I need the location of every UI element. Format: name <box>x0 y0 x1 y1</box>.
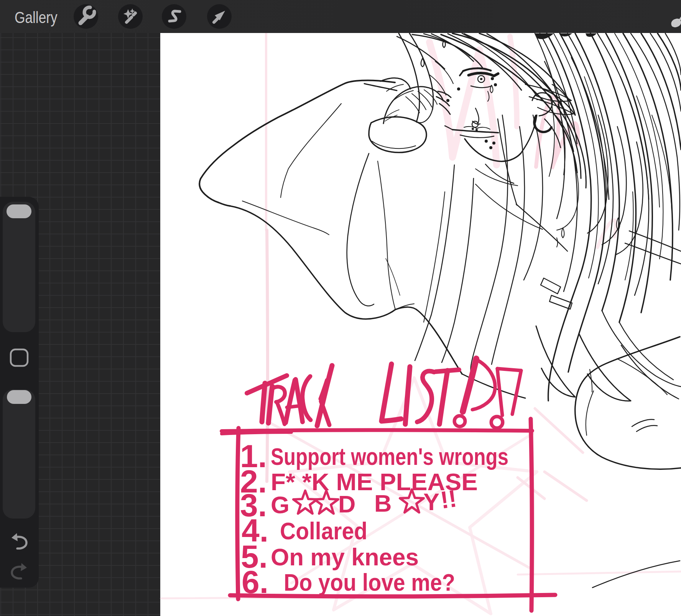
svg-text:D: D <box>338 491 356 517</box>
svg-text:B: B <box>374 490 392 517</box>
svg-text:Do you love me?: Do you love me? <box>284 569 455 596</box>
svg-text:G: G <box>271 491 290 518</box>
svg-text:6.: 6. <box>242 564 268 600</box>
svg-text:Support women's wrongs: Support women's wrongs <box>271 443 508 470</box>
svg-text:On my knees: On my knees <box>271 544 419 570</box>
svg-text:Collared: Collared <box>280 517 367 544</box>
svg-text:Y: Y <box>423 488 439 515</box>
